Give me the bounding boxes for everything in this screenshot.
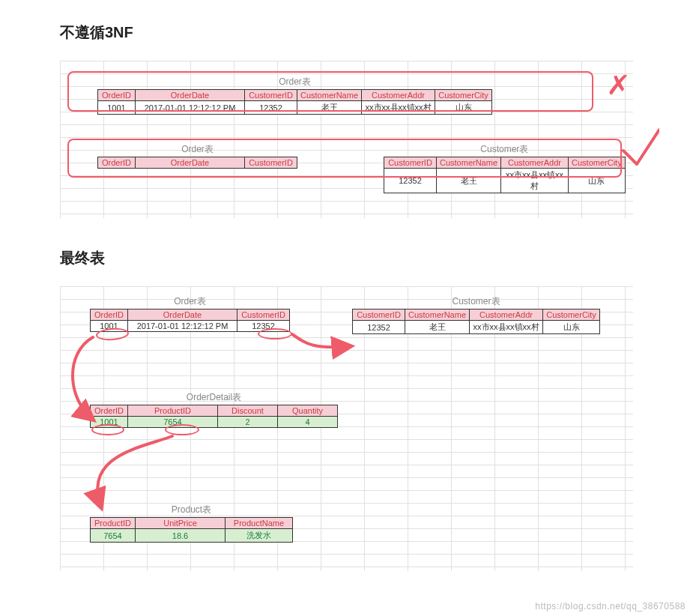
th-orderdate: OrderDate <box>128 309 237 321</box>
sheet-violate-3nf: Order表 OrderID OrderDate CustomerID Cust… <box>60 61 633 218</box>
table-row: 12352 老王 xx市xx县xx镇xx村 山东 <box>384 169 626 193</box>
table-row: 1001 7654 2 4 <box>91 417 338 428</box>
th-customercity: CustomerCity <box>435 90 492 101</box>
customer-table-final: Customer表 CustomerID CustomerName Custom… <box>352 295 600 334</box>
th-productname: ProductName <box>226 518 293 529</box>
heading-final-tables: 最终表 <box>60 248 633 268</box>
td-customercity: 山东 <box>435 101 492 115</box>
th-productid: ProductID <box>128 405 218 417</box>
customer-caption: Customer表 <box>352 295 600 309</box>
order-table-final: Order表 OrderID OrderDate CustomerID 1001… <box>90 295 290 332</box>
td-customeraddr: xx市xx县xx镇xx村 <box>470 321 543 334</box>
th-customerid: CustomerID <box>245 90 297 101</box>
td-customerid: 12352 <box>245 101 297 115</box>
td-productid: 7654 <box>91 529 136 543</box>
th-orderdate: OrderDate <box>136 157 245 169</box>
th-customercity: CustomerCity <box>569 157 626 169</box>
td-discount: 2 <box>218 417 278 428</box>
th-orderid: OrderID <box>91 405 128 417</box>
table-row: 1001 2017-01-01 12:12:12 PM 12352 老王 xx市… <box>98 101 492 115</box>
heading-violate-3nf: 不遵循3NF <box>60 22 633 43</box>
th-customername: CustomerName <box>297 90 362 101</box>
td-customerid: 12352 <box>237 321 290 332</box>
td-orderdate: 2017-01-01 12:12:12 PM <box>128 321 237 332</box>
td-customername: 老王 <box>297 101 362 115</box>
td-customername: 老王 <box>437 169 501 193</box>
x-mark-icon: ✗ <box>606 70 631 101</box>
td-customercity: 山东 <box>569 169 626 193</box>
th-customeraddr: CustomerAddr <box>501 157 569 169</box>
td-unitprice: 18.6 <box>136 529 226 543</box>
td-orderdate: 2017-01-01 12:12:12 PM <box>136 101 245 115</box>
order-caption: Order表 <box>97 76 492 89</box>
th-discount: Discount <box>218 405 278 417</box>
td-customeraddr: xx市xx县xx镇xx村 <box>501 169 569 193</box>
td-customeraddr: xx市xx县xx镇xx村 <box>362 101 435 115</box>
watermark: https://blog.csdn.net/qq_38670588 <box>535 601 686 612</box>
th-customername: CustomerName <box>405 309 470 321</box>
product-table: Product表 ProductID UnitPrice ProductName… <box>90 504 293 543</box>
td-customercity: 山东 <box>543 321 600 334</box>
th-unitprice: UnitPrice <box>136 518 226 529</box>
td-productid: 7654 <box>128 417 218 428</box>
order-caption: Order表 <box>90 295 290 309</box>
td-customerid: 12352 <box>353 321 405 334</box>
td-quantity: 4 <box>278 417 338 428</box>
table-row: 7654 18.6 洗发水 <box>91 529 293 543</box>
table-row: 12352 老王 xx市xx县xx镇xx村 山东 <box>353 321 600 334</box>
td-orderid: 1001 <box>91 417 128 428</box>
order-table-full: Order表 OrderID OrderDate CustomerID Cust… <box>97 76 492 115</box>
th-customeraddr: CustomerAddr <box>470 309 543 321</box>
orderdetail-caption: OrderDetail表 <box>90 391 338 405</box>
th-productid: ProductID <box>91 518 136 529</box>
td-orderid: 1001 <box>91 321 128 332</box>
th-orderdate: OrderDate <box>136 90 245 101</box>
th-customerid: CustomerID <box>353 309 405 321</box>
th-customerid: CustomerID <box>245 157 297 169</box>
sheet-final-tables: Order表 OrderID OrderDate CustomerID 1001… <box>60 286 633 571</box>
order-caption: Order表 <box>97 143 297 157</box>
orderdetail-table: OrderDetail表 OrderID ProductID Discount … <box>90 391 338 428</box>
th-customercity: CustomerCity <box>543 309 600 321</box>
td-orderid: 1001 <box>98 101 136 115</box>
td-customername: 老王 <box>405 321 470 334</box>
th-orderid: OrderID <box>91 309 128 321</box>
order-table-split: Order表 OrderID OrderDate CustomerID <box>97 143 297 169</box>
td-productname: 洗发水 <box>226 529 293 543</box>
td-customerid: 12352 <box>384 169 437 193</box>
product-caption: Product表 <box>90 504 293 517</box>
th-customerid: CustomerID <box>237 309 290 321</box>
th-quantity: Quantity <box>278 405 338 417</box>
customer-table-split: Customer表 CustomerID CustomerName Custom… <box>384 143 626 193</box>
th-orderid: OrderID <box>98 90 136 101</box>
th-orderid: OrderID <box>98 157 136 169</box>
th-customername: CustomerName <box>437 157 501 169</box>
table-row: 1001 2017-01-01 12:12:12 PM 12352 <box>91 321 290 332</box>
customer-caption: Customer表 <box>384 143 626 157</box>
th-customeraddr: CustomerAddr <box>362 90 435 101</box>
th-customerid: CustomerID <box>384 157 437 169</box>
